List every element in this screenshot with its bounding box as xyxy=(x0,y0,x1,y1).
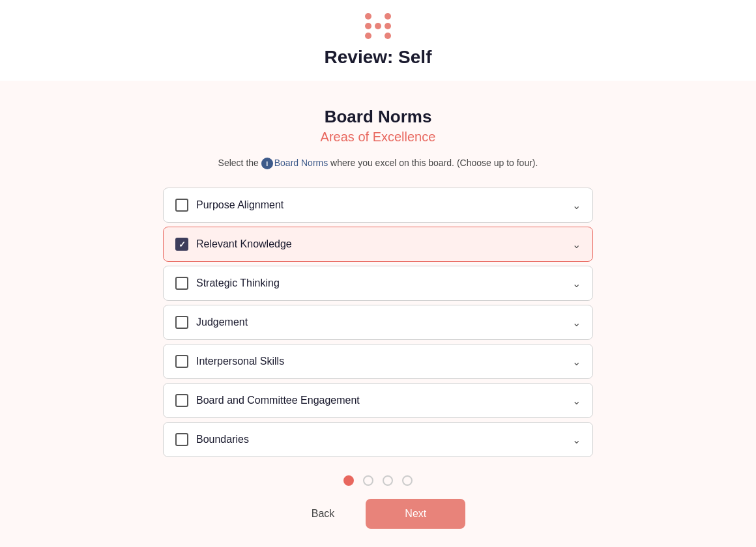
chevron-icon-judgement: ⌄ xyxy=(572,316,581,329)
section-title: Board Norms xyxy=(325,107,432,127)
pagination-dot-1[interactable] xyxy=(363,475,373,486)
pagination-dots xyxy=(343,475,413,486)
section-subtitle: Areas of Excellence xyxy=(321,130,436,145)
item-left-purpose-alignment: Purpose Alignment xyxy=(175,199,284,212)
dot-7 xyxy=(365,33,371,39)
dot-4 xyxy=(365,23,371,29)
back-button[interactable]: Back xyxy=(291,499,356,529)
checkbox-boundaries[interactable] xyxy=(175,433,188,446)
item-label-judgement: Judgement xyxy=(196,316,248,328)
checkbox-purpose-alignment[interactable] xyxy=(175,199,188,212)
checkbox-relevant-knowledge[interactable] xyxy=(175,238,188,251)
item-label-relevant-knowledge: Relevant Knowledge xyxy=(196,238,292,250)
item-row-strategic-thinking[interactable]: Strategic Thinking⌄ xyxy=(163,266,593,301)
dot-2 xyxy=(375,13,381,20)
item-row-relevant-knowledge[interactable]: Relevant Knowledge⌄ xyxy=(163,227,593,262)
dot-5 xyxy=(375,23,381,29)
checkbox-strategic-thinking[interactable] xyxy=(175,277,188,290)
item-label-board-committee-engagement: Board and Committee Engagement xyxy=(196,395,360,406)
dot-9 xyxy=(385,33,391,39)
checkbox-board-committee-engagement[interactable] xyxy=(175,394,188,407)
item-left-boundaries: Boundaries xyxy=(175,433,249,446)
chevron-icon-purpose-alignment: ⌄ xyxy=(572,199,581,212)
item-label-interpersonal-skills: Interpersonal Skills xyxy=(196,356,284,367)
item-left-strategic-thinking: Strategic Thinking xyxy=(175,277,280,290)
item-left-board-committee-engagement: Board and Committee Engagement xyxy=(175,394,360,407)
dot-3 xyxy=(385,13,391,20)
logo-dots xyxy=(365,13,391,39)
item-left-relevant-knowledge: Relevant Knowledge xyxy=(175,238,292,251)
page-title: Review: Self xyxy=(325,47,432,68)
item-row-boundaries[interactable]: Boundaries⌄ xyxy=(163,422,593,457)
item-row-purpose-alignment[interactable]: Purpose Alignment⌄ xyxy=(163,188,593,223)
checkbox-interpersonal-skills[interactable] xyxy=(175,355,188,368)
chevron-icon-interpersonal-skills: ⌄ xyxy=(572,356,581,368)
item-label-boundaries: Boundaries xyxy=(196,434,249,445)
chevron-icon-board-committee-engagement: ⌄ xyxy=(572,395,581,407)
pagination-dot-0[interactable] xyxy=(343,475,354,486)
item-row-interpersonal-skills[interactable]: Interpersonal Skills⌄ xyxy=(163,344,593,379)
item-row-judgement[interactable]: Judgement⌄ xyxy=(163,305,593,340)
info-icon: i xyxy=(261,158,273,169)
buttons-row: Back Next xyxy=(291,499,465,529)
checkbox-judgement[interactable] xyxy=(175,316,188,329)
dot-1 xyxy=(365,13,371,20)
chevron-icon-relevant-knowledge: ⌄ xyxy=(572,238,581,251)
top-section: Review: Self xyxy=(0,0,756,81)
main-content: Board Norms Areas of Excellence Select t… xyxy=(0,81,756,547)
item-left-interpersonal-skills: Interpersonal Skills xyxy=(175,355,284,368)
pagination-dot-2[interactable] xyxy=(383,475,393,486)
instruction-text: Select the iBoard Norms where you excel … xyxy=(218,158,538,169)
next-button[interactable]: Next xyxy=(366,499,465,529)
chevron-icon-boundaries: ⌄ xyxy=(572,434,581,446)
item-label-strategic-thinking: Strategic Thinking xyxy=(196,277,280,289)
chevron-icon-strategic-thinking: ⌄ xyxy=(572,277,581,290)
items-list: Purpose Alignment⌄Relevant Knowledge⌄Str… xyxy=(163,188,593,457)
dot-8 xyxy=(375,33,381,39)
item-left-judgement: Judgement xyxy=(175,316,248,329)
instruction-prefix: Select the xyxy=(218,158,261,168)
pagination-dot-3[interactable] xyxy=(402,475,413,486)
board-norms-link[interactable]: Board Norms xyxy=(274,158,328,168)
item-row-board-committee-engagement[interactable]: Board and Committee Engagement⌄ xyxy=(163,383,593,418)
dot-6 xyxy=(385,23,391,29)
item-label-purpose-alignment: Purpose Alignment xyxy=(196,199,284,211)
instruction-suffix: where you excel on this board. (Choose u… xyxy=(330,158,538,168)
